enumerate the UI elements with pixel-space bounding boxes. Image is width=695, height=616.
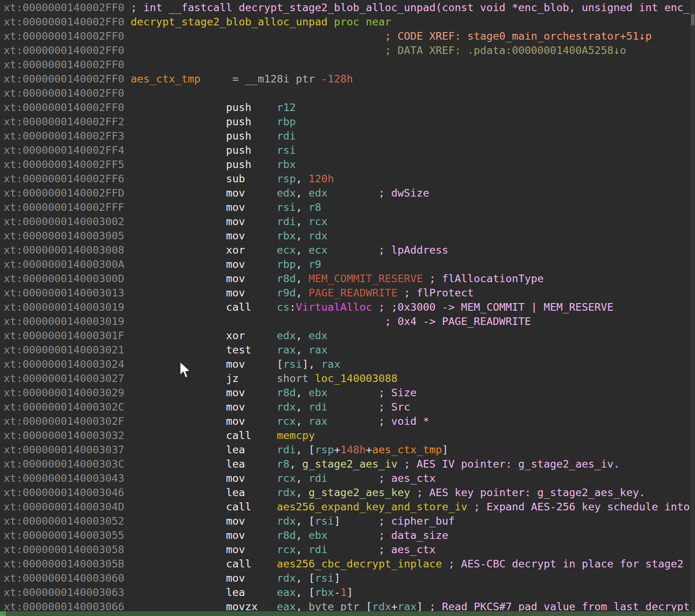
asm-line-11[interactable]: xt:0000000140002FF5 push rbx: [4, 157, 695, 172]
asm-line-15[interactable]: xt:0000000140003002 mov rdi, rcx: [4, 214, 695, 229]
asm-line-17[interactable]: xt:0000000140003008 xor ecx, ecx ; lpAdd…: [4, 243, 695, 257]
asm-line-21[interactable]: xt:0000000140003019 call cs:VirtualAlloc…: [4, 300, 695, 314]
asm-segment: ebx: [309, 386, 328, 399]
asm-segment: ,: [296, 472, 309, 485]
asm-segment: rcx: [309, 215, 328, 228]
asm-segment: xt:000000014000301F: [4, 329, 124, 342]
asm-segment: xt:000000014000300A: [4, 258, 124, 271]
asm-line-41[interactable]: xt:0000000140003063 lea eax, [rbx-1]: [4, 585, 695, 600]
asm-segment: xt:000000014000304D: [4, 501, 124, 513]
scrollbar-thumb[interactable]: [691, 14, 695, 25]
asm-segment: r9: [309, 258, 322, 271]
asm-segment: xt:000000014000302F: [4, 415, 124, 427]
asm-line-7[interactable]: xt:0000000140002FF0 push r12: [4, 100, 695, 115]
asm-line-2[interactable]: xt:0000000140002FF0 ; CODE XREF: stage0_…: [4, 29, 695, 43]
asm-segment: ; ;0x3000 -> MEM_COMMIT | MEM_RESERVE: [372, 301, 613, 313]
asm-segment: ,: [296, 215, 309, 228]
asm-segment: xt:0000000140003052: [4, 515, 124, 527]
asm-segment: rdi: [309, 401, 328, 413]
asm-segment: = __m128i ptr: [200, 73, 321, 85]
asm-line-24[interactable]: xt:0000000140003021 test rax, rax: [4, 343, 695, 357]
asm-line-13[interactable]: xt:0000000140002FFD mov edx, edx ; dwSiz…: [4, 186, 695, 200]
asm-segment: ,: [296, 401, 309, 413]
asm-segment: xor: [124, 329, 245, 342]
asm-line-28[interactable]: xt:000000014000302C mov rdx, rdi ; Src: [4, 400, 695, 414]
asm-segment: , [: [296, 515, 315, 527]
asm-segment: , [: [296, 586, 315, 599]
asm-line-39[interactable]: xt:000000014000305B call aes256_cbc_decr…: [4, 557, 695, 571]
asm-segment: lea: [124, 586, 245, 599]
asm-segment: xt:0000000140003019: [4, 301, 124, 313]
asm-line-35[interactable]: xt:000000014000304D call aes256_expand_k…: [4, 500, 695, 514]
asm-line-16[interactable]: xt:0000000140003005 mov rbx, rdx: [4, 229, 695, 243]
asm-line-31[interactable]: xt:0000000140003037 lea rdi, [rsp+148h+a…: [4, 443, 695, 457]
vertical-scrollbar[interactable]: [691, 0, 695, 616]
asm-line-23[interactable]: xt:000000014000301F xor edx, edx: [4, 329, 695, 343]
asm-segment: xt:0000000140003055: [4, 529, 124, 542]
asm-line-34[interactable]: xt:0000000140003046 lea rdx, g_stage2_ae…: [4, 485, 695, 500]
asm-segment: mov: [124, 543, 245, 556]
asm-segment: edx: [309, 187, 328, 199]
asm-line-32[interactable]: xt:000000014000303C lea r8, g_stage2_aes…: [4, 457, 695, 471]
asm-segment: xt:0000000140002FF6: [4, 172, 124, 185]
asm-line-6[interactable]: xt:0000000140002FF0: [4, 86, 695, 100]
asm-segment: ,: [290, 458, 303, 470]
asm-segment: mov: [124, 215, 245, 228]
asm-segment: ]: [347, 586, 353, 599]
asm-segment: mov: [124, 187, 245, 199]
asm-line-3[interactable]: xt:0000000140002FF0 ; DATA XREF: .pdata:…: [4, 43, 695, 57]
asm-segment: xt:0000000140003029: [4, 386, 124, 399]
asm-segment: lea: [124, 486, 245, 499]
asm-segment: xt:0000000140002FF0: [4, 101, 124, 114]
asm-line-38[interactable]: xt:0000000140003058 mov rcx, rdi ; aes_c…: [4, 542, 695, 557]
asm-line-8[interactable]: xt:0000000140002FF2 push rbp: [4, 115, 695, 129]
asm-segment: ; DATA XREF: .pdata:00000001400A5258↓o: [124, 44, 626, 57]
asm-segment: xt:0000000140003019: [4, 315, 124, 328]
asm-segment: push: [124, 101, 251, 114]
asm-segment: ; cipher_buf: [340, 515, 455, 527]
asm-segment: edx: [245, 187, 296, 199]
asm-segment: decrypt_stage2_blob_alloc_unpad: [124, 16, 327, 28]
asm-line-20[interactable]: xt:0000000140003013 mov r9d, PAGE_READWR…: [4, 286, 695, 300]
asm-line-9[interactable]: xt:0000000140002FF3 push rdi: [4, 129, 695, 143]
asm-segment: 148h: [340, 444, 366, 456]
asm-segment: lea: [124, 458, 245, 470]
asm-line-4[interactable]: xt:0000000140002FF0: [4, 57, 695, 72]
asm-segment: rdi: [309, 543, 328, 556]
asm-line-40[interactable]: xt:0000000140003060 mov rdx, [rsi]: [4, 571, 695, 585]
asm-line-27[interactable]: xt:0000000140003029 mov r8d, ebx ; Size: [4, 386, 695, 400]
asm-line-37[interactable]: xt:0000000140003055 mov r8d, ebx ; data_…: [4, 528, 695, 542]
asm-line-19[interactable]: xt:000000014000300D mov r8d, MEM_COMMIT_…: [4, 271, 695, 286]
asm-segment: r8: [245, 458, 290, 470]
asm-line-1[interactable]: xt:0000000140002FF0 decrypt_stage2_blob_…: [4, 15, 695, 29]
asm-line-22[interactable]: xt:0000000140003019 ; 0x4 -> PAGE_READWR…: [4, 314, 695, 329]
asm-segment: mov: [124, 386, 245, 399]
asm-line-10[interactable]: xt:0000000140002FF4 push rsi: [4, 143, 695, 157]
asm-segment: mov: [124, 201, 245, 214]
asm-segment: short: [239, 372, 315, 385]
asm-segment: lea: [124, 444, 245, 456]
asm-line-26[interactable]: xt:0000000140003027 jz short loc_1400030…: [4, 371, 695, 386]
asm-line-36[interactable]: xt:0000000140003052 mov rdx, [rsi] ; cip…: [4, 514, 695, 528]
asm-segment: xt:0000000140003037: [4, 444, 124, 456]
asm-segment: ; aes_ctx: [327, 472, 435, 485]
asm-line-33[interactable]: xt:0000000140003043 mov rcx, rdi ; aes_c…: [4, 471, 695, 485]
asm-segment: xt:0000000140003043: [4, 472, 124, 485]
asm-segment: ,: [296, 272, 309, 285]
asm-line-18[interactable]: xt:000000014000300A mov rbp, r9: [4, 257, 695, 271]
asm-line-12[interactable]: xt:0000000140002FF6 sub rsp, 120h: [4, 172, 695, 186]
asm-segment: ; Expand AES-256 key schedule into: [467, 501, 690, 513]
asm-line-30[interactable]: xt:0000000140003032 call memcpy: [4, 428, 695, 443]
disassembly-listing[interactable]: xt:0000000140002FF0 ; int __fastcall dec…: [4, 0, 695, 614]
asm-line-5[interactable]: xt:0000000140002FF0 aes_ctx_tmp = __m128…: [4, 72, 695, 86]
asm-line-25[interactable]: xt:0000000140003024 mov [rsi], rax: [4, 357, 695, 371]
asm-segment: ; 0x4 -> PAGE_READWRITE: [124, 315, 531, 328]
asm-line-29[interactable]: xt:000000014000302F mov rcx, rax ; void …: [4, 414, 695, 428]
asm-line-0[interactable]: xt:0000000140002FF0 ; int __fastcall dec…: [4, 0, 695, 15]
asm-segment: rbp: [245, 258, 296, 271]
asm-segment: ,: [296, 244, 309, 256]
asm-segment: memcpy: [251, 429, 315, 442]
asm-segment: , [: [296, 444, 315, 456]
asm-segment: ,: [296, 486, 309, 499]
asm-line-14[interactable]: xt:0000000140002FFF mov rsi, r8: [4, 200, 695, 214]
